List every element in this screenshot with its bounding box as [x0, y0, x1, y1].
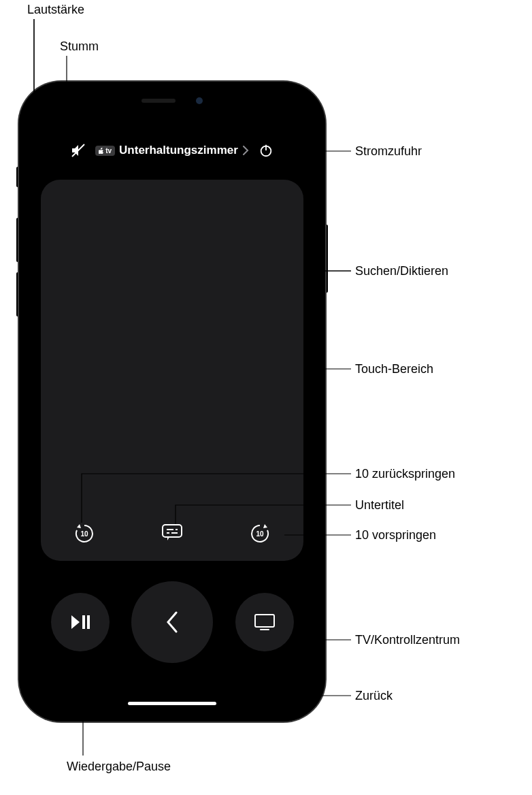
svg-text:10: 10 [256, 530, 264, 538]
callout-power: Stromzufuhr [355, 144, 422, 159]
device-name: Unterhaltungszimmer [119, 144, 238, 157]
callout-search-dictate: Suchen/Diktieren [355, 264, 448, 278]
callout-volume: Lautstärke [27, 3, 84, 17]
subtitles-button[interactable] [157, 517, 187, 547]
svg-rect-12 [255, 615, 274, 627]
chevron-left-icon [165, 611, 179, 633]
remote-top-bar: tv Unterhaltungszimmer [29, 139, 316, 162]
callout-subtitles: Untertitel [355, 498, 404, 513]
callout-play-pause: Wiedergabe/Pause [67, 760, 171, 774]
callout-touch-area: Touch-Bereich [355, 362, 433, 376]
svg-rect-11 [87, 615, 90, 629]
mute-button[interactable] [67, 139, 90, 162]
svg-rect-10 [82, 615, 85, 629]
side-button-hardware [325, 225, 328, 293]
chevron-right-icon [242, 146, 249, 155]
callout-back: Zurück [355, 689, 393, 703]
play-pause-button[interactable] [51, 593, 110, 651]
iphone-frame: tv Unterhaltungszimmer [19, 82, 325, 721]
tv-icon [254, 613, 276, 631]
play-pause-icon [70, 614, 90, 630]
power-icon [259, 143, 273, 158]
apple-tv-badge-icon: tv [95, 146, 115, 156]
skip-forward-10-button[interactable]: 10 [245, 517, 275, 547]
tv-control-center-button[interactable] [235, 593, 294, 651]
svg-rect-4 [163, 525, 182, 537]
touch-panel-controls: 10 1 [41, 517, 303, 547]
callout-mute: Stumm [60, 39, 99, 54]
bottom-controls [29, 581, 316, 663]
callout-tv-control-center: TV/Kontrollzentrum [355, 633, 460, 647]
mute-icon [70, 142, 86, 159]
subtitles-icon [161, 522, 183, 542]
callout-skip-back-10: 10 zurückspringen [355, 467, 455, 481]
callout-skip-fwd-10: 10 vorspringen [355, 528, 436, 542]
screen: tv Unterhaltungszimmer [29, 91, 316, 712]
skip-back-10-button[interactable]: 10 [69, 517, 99, 547]
skip-forward-10-icon: 10 [249, 521, 271, 543]
skip-back-10-icon: 10 [73, 521, 95, 543]
touch-area[interactable]: 10 1 [41, 180, 303, 561]
power-button[interactable] [254, 139, 278, 162]
device-selector[interactable]: tv Unterhaltungszimmer [95, 144, 249, 157]
apple-tv-badge-label: tv [105, 147, 112, 155]
back-button[interactable] [131, 581, 213, 663]
notch [114, 91, 230, 110]
home-indicator[interactable] [128, 702, 216, 705]
svg-text:10: 10 [81, 530, 89, 538]
